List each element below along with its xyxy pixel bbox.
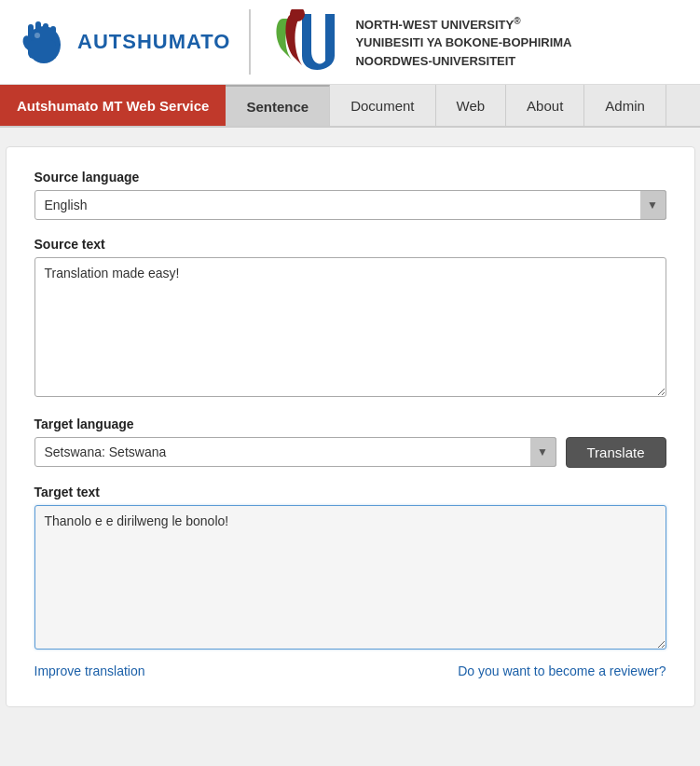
nav-item-document[interactable]: Document	[330, 85, 435, 126]
registered-mark: ®	[514, 16, 520, 26]
logo-text: AUTSHUMATO	[77, 30, 230, 54]
nwu-logo-area: NORTH-WEST UNIVERSITY® YUNIBESITI YA BOK…	[269, 9, 571, 75]
footer-links: Improve translation Do you want to becom…	[34, 663, 666, 678]
nav-item-web[interactable]: Web	[436, 85, 507, 126]
logo-left: AUTSHUMATO	[19, 17, 230, 68]
source-language-select[interactable]: English Afrikaans Setswana Zulu	[34, 190, 666, 220]
source-text-input[interactable]: Translation made easy!	[34, 257, 666, 397]
translate-button[interactable]: Translate	[566, 437, 666, 468]
main-content: Source language English Afrikaans Setswa…	[6, 146, 695, 707]
nav-item-sentence[interactable]: Sentence	[226, 85, 330, 126]
reviewer-link[interactable]: Do you want to become a reviewer?	[458, 663, 666, 678]
improve-translation-link[interactable]: Improve translation	[34, 663, 145, 678]
target-row: Setswana: Setswana Afrikaans: Afrikaans …	[34, 437, 666, 468]
nav-item-about[interactable]: About	[506, 85, 584, 126]
target-text-output[interactable]: Thanolo e e dirilweng le bonolo!	[34, 505, 666, 650]
navbar: Autshumato MT Web Service Sentence Docum…	[0, 85, 700, 128]
nav-item-admin[interactable]: Admin	[584, 85, 666, 126]
autshumato-logo-icon	[19, 17, 70, 68]
svg-point-7	[34, 33, 40, 38]
target-language-select[interactable]: Setswana: Setswana Afrikaans: Afrikaans …	[34, 437, 556, 467]
target-language-label: Target language	[34, 417, 666, 431]
header-divider	[249, 9, 251, 75]
target-language-wrapper: Setswana: Setswana Afrikaans: Afrikaans …	[34, 437, 556, 467]
target-text-label: Target text	[34, 485, 666, 499]
nwu-logo-icon	[269, 9, 344, 75]
source-language-label: Source language	[34, 170, 666, 185]
nwu-text: NORTH-WEST UNIVERSITY® YUNIBESITI YA BOK…	[355, 14, 571, 71]
source-text-label: Source text	[34, 237, 666, 252]
navbar-brand: Autshumato MT Web Service	[0, 85, 226, 126]
header: AUTSHUMATO NORTH-WEST UNIVERSITY® YUNIBE…	[0, 0, 700, 85]
source-language-wrapper: English Afrikaans Setswana Zulu ▼	[34, 190, 666, 220]
svg-rect-6	[28, 40, 56, 59]
